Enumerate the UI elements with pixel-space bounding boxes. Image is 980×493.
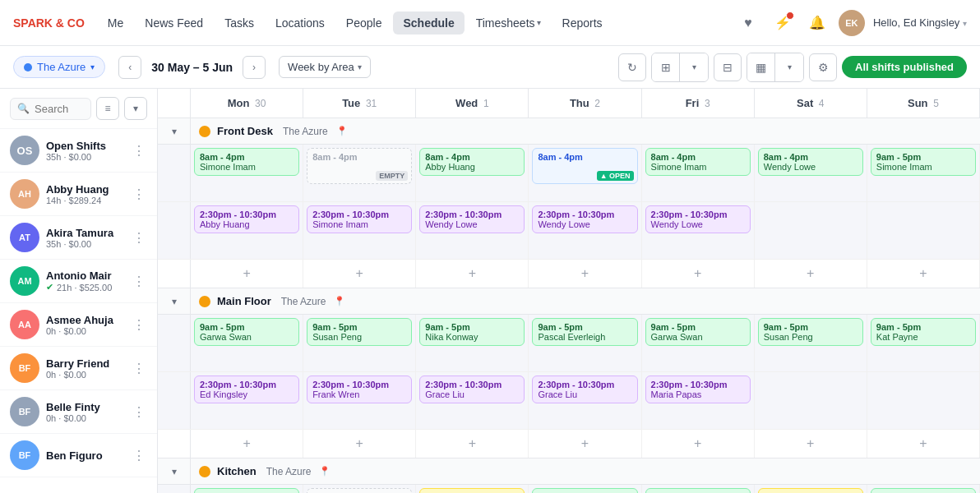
nav-item-newsfeed[interactable]: News Feed xyxy=(135,12,213,35)
section-toggle-main-floor[interactable]: ▾ xyxy=(158,288,191,314)
shift-card[interactable]: 8am - 4pmPeg Zhao xyxy=(871,488,976,493)
list-item[interactable]: OS Open Shifts 35h · $0.00 ⋮ xyxy=(0,129,157,173)
shift-card[interactable]: 8am - 4pm▲ OPEN xyxy=(532,148,637,184)
filter-button[interactable]: ≡ xyxy=(96,97,119,120)
nav-item-me[interactable]: Me xyxy=(98,12,133,35)
shift-cell: 2:30pm - 10:30pmFrank Wren xyxy=(303,372,416,429)
add-shift-sat[interactable]: + xyxy=(755,260,867,288)
add-shift-sun[interactable]: + xyxy=(867,430,980,458)
section-toggle-kitchen[interactable]: ▾ xyxy=(158,458,191,484)
shift-card[interactable]: 9am - 5pmSusan Peng xyxy=(307,318,412,346)
next-week-button[interactable]: › xyxy=(243,56,266,79)
add-shift-thu[interactable]: + xyxy=(529,260,641,288)
location-dot-icon xyxy=(24,63,32,71)
nav-items: Me News Feed Tasks Locations People Sche… xyxy=(98,12,732,35)
list-item[interactable]: BF Belle Finty 0h · $0.00 ⋮ xyxy=(0,390,157,434)
shift-card[interactable]: 8am - 4pmEMPTY xyxy=(307,148,412,184)
lightning-icon[interactable]: ⚡ xyxy=(770,10,796,36)
shift-card[interactable]: 2:30pm - 10:30pmMaria Papas xyxy=(645,376,751,403)
more-icon[interactable]: ⋮ xyxy=(131,359,147,378)
list-item[interactable]: AH Abby Huang 14h · $289.24 ⋮ xyxy=(0,173,157,216)
staff-name: Akira Tamura xyxy=(46,227,124,239)
shift-card[interactable]: 2:30pm - 10:30pmSimone Imam xyxy=(307,205,412,233)
shift-card[interactable]: 2:30pm - 10:30pm xyxy=(532,488,637,493)
list-item[interactable]: AT Akira Tamura 35h · $0.00 ⋮ xyxy=(0,216,157,260)
section-dot-icon xyxy=(199,126,210,137)
shift-card[interactable]: 8am - 4pmWendy Lowe xyxy=(758,148,863,176)
shift-card[interactable]: 2:30pm - 10:30pmGrace Liu xyxy=(532,376,637,403)
more-icon[interactable]: ⋮ xyxy=(131,403,147,422)
chart-chevron-button[interactable]: ▾ xyxy=(775,53,803,81)
location-picker[interactable]: The Azure ▾ xyxy=(13,56,105,78)
add-shift-tue[interactable]: + xyxy=(303,260,416,288)
chart-button[interactable]: ▦ xyxy=(747,53,775,81)
print-button[interactable]: ⊟ xyxy=(714,53,742,81)
add-shift-thu[interactable]: + xyxy=(529,430,641,458)
settings-button[interactable]: ⚙ xyxy=(809,53,837,81)
list-item[interactable]: AM Antonio Mair ✔ 21h · $525.00 ⋮ xyxy=(0,260,157,303)
sidebar-search-row: 🔍 ≡ ▾ xyxy=(0,89,157,129)
more-icon[interactable]: ⋮ xyxy=(131,272,147,291)
nav-item-people[interactable]: People xyxy=(336,12,392,35)
more-icon[interactable]: ⋮ xyxy=(131,185,147,204)
shift-card[interactable]: 9am - 5pmGarwa Swan xyxy=(645,318,751,346)
more-icon[interactable]: ⋮ xyxy=(131,141,147,160)
bell-icon[interactable]: 🔔 xyxy=(804,10,830,36)
shift-card[interactable]: 9am - 5pmSimone Imam xyxy=(871,148,976,176)
shift-card[interactable]: 8am - 4pmSimone Imam xyxy=(645,148,751,176)
add-shift-wed[interactable]: + xyxy=(416,430,529,458)
add-shift-fri[interactable]: + xyxy=(642,260,755,288)
list-item[interactable]: BF Barry Friend 0h · $0.00 ⋮ xyxy=(0,347,157,390)
shift-row-spacer xyxy=(158,372,191,429)
view-picker[interactable]: Week by Area ▾ xyxy=(279,56,371,78)
shift-card[interactable]: 2:30pm - 10:30pmWendy Lowe xyxy=(532,205,637,233)
shift-card[interactable]: 8am - 4pmEMPTY xyxy=(307,488,412,493)
list-item[interactable]: AA Asmee Ahuja 0h · $0.00 ⋮ xyxy=(0,303,157,347)
shift-card[interactable]: 2:30pm - 10:30pmWendy Lowe xyxy=(419,205,525,233)
heart-icon[interactable]: ♥ xyxy=(735,10,761,36)
add-shift-mon[interactable]: + xyxy=(191,260,303,288)
options-chevron-button[interactable]: ▾ xyxy=(680,53,708,81)
hello-user[interactable]: Hello, Ed Kingsley ▾ xyxy=(873,16,967,29)
shift-card[interactable]: 9am - 5pmSusan Peng xyxy=(758,318,863,346)
nav-item-schedule[interactable]: Schedule xyxy=(393,12,464,35)
list-item[interactable]: BF Ben Figuro ⋮ xyxy=(0,434,157,477)
add-shift-fri[interactable]: + xyxy=(642,430,755,458)
shift-card[interactable]: 8am - 4pmSimone Imam xyxy=(194,148,299,176)
more-icon[interactable]: ⋮ xyxy=(131,228,147,247)
options-button[interactable]: ⊞ xyxy=(652,53,680,81)
shift-card[interactable]: 2:30pm - 10:30pmAbby Huang xyxy=(194,205,299,233)
add-shift-wed[interactable]: + xyxy=(416,260,529,288)
nav-item-locations[interactable]: Locations xyxy=(266,12,335,35)
refresh-button[interactable]: ↻ xyxy=(618,53,646,81)
sort-button[interactable]: ▾ xyxy=(124,97,147,120)
add-shift-tue[interactable]: + xyxy=(303,430,416,458)
shift-card[interactable]: 2:30pm - 10:30pmGrace Liu xyxy=(419,376,525,403)
shift-cell: 7am - 3pmAntonio Mair⚠ xyxy=(416,485,529,493)
shift-card[interactable]: 7am - 3pmAntonio Mair⚠ xyxy=(419,488,525,493)
shift-card[interactable]: 9am - 5pmKat Payne xyxy=(871,318,976,346)
add-shift-sat[interactable]: + xyxy=(755,430,867,458)
nav-item-reports[interactable]: Reports xyxy=(552,12,612,35)
shift-card[interactable]: 7am - 3pm xyxy=(645,488,751,493)
shift-card[interactable]: 8am - 4pmAbby Huang xyxy=(419,148,525,176)
shift-card[interactable]: 2:30pm - 10:30pmEd Kingsley xyxy=(194,376,299,403)
more-icon[interactable]: ⋮ xyxy=(131,316,147,334)
shift-card[interactable]: 9am - 5pmNika Konway xyxy=(419,318,525,346)
user-avatar-nav[interactable]: EK xyxy=(839,10,865,36)
shift-card[interactable]: 8am - 4pmFran Nondas⚠ xyxy=(758,488,863,493)
nav-item-timesheets[interactable]: Timesheets ▾ xyxy=(466,12,551,35)
add-shift-sun[interactable]: + xyxy=(867,260,980,288)
prev-week-button[interactable]: ‹ xyxy=(118,56,141,79)
shift-card[interactable]: 2:30pm - 10:30pmWendy Lowe xyxy=(645,205,751,233)
shift-card[interactable]: 9am - 5pmGarwa Swan xyxy=(194,318,299,346)
shift-card[interactable]: 2:30pm - 10:30pmFrank Wren xyxy=(307,376,412,403)
shift-card[interactable]: 7am - 3pmFrank Wren xyxy=(194,488,299,493)
shift-cell: 9am - 5pmSimone Imam xyxy=(867,145,980,201)
search-input[interactable] xyxy=(35,103,84,115)
section-toggle-front-desk[interactable]: ▾ xyxy=(158,118,191,144)
add-shift-mon[interactable]: + xyxy=(191,430,303,458)
more-icon[interactable]: ⋮ xyxy=(131,446,147,465)
nav-item-tasks[interactable]: Tasks xyxy=(215,12,264,35)
shift-card[interactable]: 9am - 5pmPascal Everleigh xyxy=(532,318,637,346)
